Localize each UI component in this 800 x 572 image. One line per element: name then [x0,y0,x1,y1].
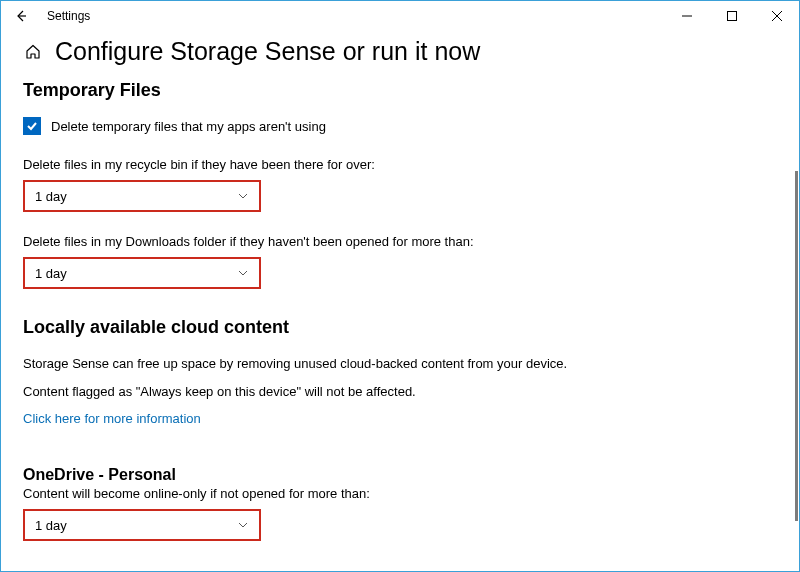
window-title: Settings [41,9,90,23]
titlebar: Settings [1,1,799,31]
delete-temp-checkbox-row: Delete temporary files that my apps aren… [23,117,777,135]
checkmark-icon [25,119,39,133]
downloads-label: Delete files in my Downloads folder if t… [23,234,777,249]
chevron-down-icon [237,519,249,531]
content-area: Configure Storage Sense or run it now Te… [1,31,799,571]
cloud-para2: Content flagged as "Always keep on this … [23,382,777,402]
recycle-bin-label: Delete files in my recycle bin if they h… [23,157,777,172]
onedrive-dropdown[interactable]: 1 day [23,509,261,541]
chevron-down-icon [237,267,249,279]
page-header: Configure Storage Sense or run it now [23,37,777,66]
minimize-icon [682,11,692,21]
maximize-button[interactable] [709,1,754,31]
downloads-dropdown[interactable]: 1 day [23,257,261,289]
settings-window: Settings Configure Storage Sense or run … [0,0,800,572]
svg-rect-2 [727,12,736,21]
close-icon [772,11,782,21]
downloads-value: 1 day [35,266,67,281]
back-button[interactable] [1,1,41,31]
onedrive-value: 1 day [35,518,67,533]
cloud-more-info-link[interactable]: Click here for more information [23,411,201,426]
scrollbar[interactable] [795,171,798,521]
onedrive-heading: OneDrive - Personal [23,466,777,484]
close-button[interactable] [754,1,799,31]
delete-temp-checkbox[interactable] [23,117,41,135]
page-title: Configure Storage Sense or run it now [55,37,480,66]
home-icon[interactable] [23,42,43,62]
chevron-down-icon [237,190,249,202]
delete-temp-label: Delete temporary files that my apps aren… [51,119,326,134]
maximize-icon [727,11,737,21]
back-arrow-icon [14,9,28,23]
window-controls [664,1,799,31]
onedrive-label: Content will become online-only if not o… [23,486,777,501]
cloud-heading: Locally available cloud content [23,317,777,338]
cloud-para1: Storage Sense can free up space by remov… [23,354,777,374]
temp-files-heading: Temporary Files [23,80,777,101]
recycle-bin-dropdown[interactable]: 1 day [23,180,261,212]
minimize-button[interactable] [664,1,709,31]
recycle-bin-value: 1 day [35,189,67,204]
